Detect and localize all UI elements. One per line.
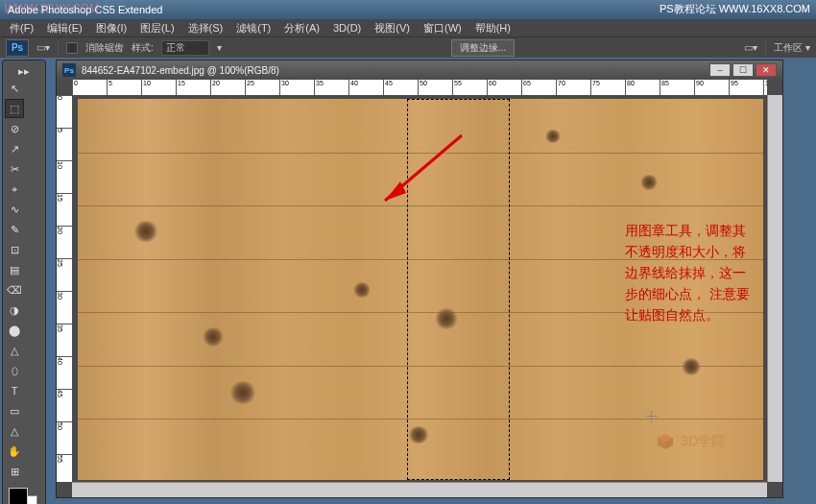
workspace-area: ▸▸ ↖ ⬚ ⊘ ↗ ✂ ⌖ ∿ ✎ ⊡ ▤ ⌫ ◑ ⬤ △ ⬯ T ▭ △ ✋… xyxy=(0,58,816,504)
blur-tool-icon[interactable]: ⬤ xyxy=(5,321,24,340)
menu-filter[interactable]: 滤镜(T) xyxy=(230,21,276,36)
crop-tool-icon[interactable]: ✂ xyxy=(5,159,24,179)
color-swatches[interactable] xyxy=(5,486,43,504)
hand-tool-icon[interactable]: ✋ xyxy=(5,442,24,461)
marquee-tool-icon[interactable]: ⬚ xyxy=(5,99,24,118)
fg-color-swatch[interactable] xyxy=(9,488,28,504)
path-tool-icon[interactable]: ▭ xyxy=(5,401,24,420)
refine-edge-button[interactable]: 调整边缘... xyxy=(451,39,515,57)
dodge-tool-icon[interactable]: △ xyxy=(5,341,24,360)
document-title: 844652-EA47102-embed.jpg @ 100%(RGB/8) xyxy=(82,65,279,76)
canvas-viewport[interactable]: 用图章工具，调整其不透明度和大小，将边界线给抹掉，这一步的细心点， 注意要让贴图… xyxy=(72,95,767,482)
tool-swatch-icon[interactable]: ▭▾ xyxy=(36,42,50,53)
workspace-switcher[interactable]: 工作区 ▾ xyxy=(774,41,810,55)
doc-minimize-button[interactable]: – xyxy=(709,63,731,77)
menu-layer[interactable]: 图层(L) xyxy=(134,21,180,36)
separator xyxy=(765,40,766,56)
options-bar: Ps ▭▾ 消除锯齿 样式: ▾ 调整边缘... ▭▾ 工作区 ▾ xyxy=(0,36,816,58)
lasso-tool-icon[interactable]: ⊘ xyxy=(5,119,24,138)
wand-tool-icon[interactable]: ↗ xyxy=(5,139,24,158)
screen-mode-icon[interactable]: ▭▾ xyxy=(744,42,757,53)
stamp-tool-icon[interactable]: ⊡ xyxy=(5,240,24,259)
horizontal-scrollbar[interactable] xyxy=(72,482,767,497)
watermark-3d-academy: 3D学院 xyxy=(656,432,725,451)
menu-help[interactable]: 帮助(H) xyxy=(469,21,516,36)
gradient-tool-icon[interactable]: ◑ xyxy=(5,300,24,320)
style-label: 样式: xyxy=(132,41,154,55)
document-titlebar[interactable]: Ps 844652-EA47102-embed.jpg @ 100%(RGB/8… xyxy=(57,60,782,80)
type-tool-icon[interactable]: T xyxy=(5,381,24,400)
zoom-tool-icon[interactable]: ⊞ xyxy=(5,462,24,481)
document-window: Ps 844652-EA47102-embed.jpg @ 100%(RGB/8… xyxy=(56,60,783,498)
brush-tool-icon[interactable]: ✎ xyxy=(5,220,24,239)
shape-tool-icon[interactable]: △ xyxy=(5,421,24,441)
move-tool-icon[interactable]: ↖ xyxy=(5,79,24,98)
pen-tool-icon[interactable]: ⬯ xyxy=(5,361,24,380)
doc-maximize-button[interactable]: ☐ xyxy=(732,63,754,77)
watermark-3dxy: WWW.3DXY.COM xyxy=(4,2,98,15)
canvas-image[interactable]: 用图章工具，调整其不透明度和大小，将边界线给抹掉，这一步的细心点， 注意要让贴图… xyxy=(78,99,763,480)
separator xyxy=(58,40,59,56)
ps-home-icon[interactable]: Ps xyxy=(6,39,29,57)
eyedropper-tool-icon[interactable]: ⌖ xyxy=(5,180,24,199)
horizontal-ruler[interactable]: 0510152025303540455055606570758085909510… xyxy=(72,80,767,95)
doc-close-button[interactable]: ✕ xyxy=(756,63,777,77)
menu-3d[interactable]: 3D(D) xyxy=(327,22,367,34)
antialias-checkbox[interactable] xyxy=(66,42,78,54)
eraser-tool-icon[interactable]: ⌫ xyxy=(5,280,24,300)
doc-ps-icon: Ps xyxy=(62,63,76,77)
style-select[interactable] xyxy=(161,40,209,56)
menu-window[interactable]: 窗口(W) xyxy=(418,21,468,36)
menu-view[interactable]: 视图(V) xyxy=(369,21,416,36)
menu-edit[interactable]: 编辑(E) xyxy=(41,21,88,36)
history-brush-tool-icon[interactable]: ▤ xyxy=(5,260,24,279)
menubar: 件(F) 编辑(E) 图像(I) 图层(L) 选择(S) 滤镜(T) 分析(A)… xyxy=(0,19,816,36)
antialias-label: 消除锯齿 xyxy=(85,41,124,55)
menu-file[interactable]: 件(F) xyxy=(4,21,39,36)
toolbox-grip[interactable]: ▸▸ xyxy=(5,64,43,78)
menu-select[interactable]: 选择(S) xyxy=(182,21,229,36)
sample-target-icon xyxy=(646,411,658,422)
annotation-arrow-icon xyxy=(366,130,471,216)
heal-tool-icon[interactable]: ∿ xyxy=(5,200,24,219)
vertical-ruler[interactable]: 051015202530354045505560 xyxy=(57,95,72,482)
cube-icon xyxy=(656,432,675,451)
menu-image[interactable]: 图像(I) xyxy=(90,21,132,36)
menu-analysis[interactable]: 分析(A) xyxy=(278,21,325,36)
watermark-16xx8: PS教程论坛 WWW.16XX8.COM xyxy=(660,2,810,16)
annotation-text: 用图章工具，调整其不透明度和大小，将边界线给抹掉，这一步的细心点， 注意要让贴图… xyxy=(625,221,750,326)
vertical-scrollbar[interactable] xyxy=(767,95,782,482)
toolbox: ▸▸ ↖ ⬚ ⊘ ↗ ✂ ⌖ ∿ ✎ ⊡ ▤ ⌫ ◑ ⬤ △ ⬯ T ▭ △ ✋… xyxy=(2,60,46,504)
